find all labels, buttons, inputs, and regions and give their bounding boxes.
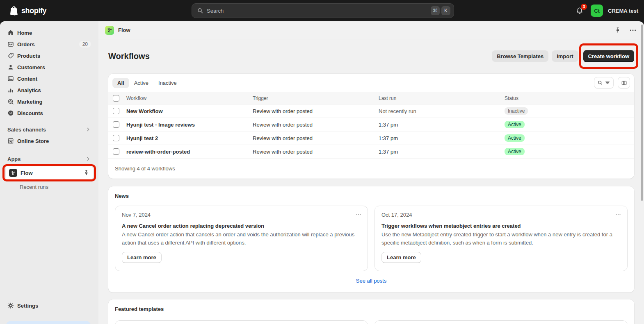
column-layout-button[interactable]: [618, 77, 630, 88]
sidebar-item-label: Orders: [17, 41, 35, 48]
products-icon: [7, 52, 14, 59]
template-card[interactable]: [115, 320, 368, 324]
avatar[interactable]: Ct: [591, 5, 603, 17]
sidebar-item-discounts[interactable]: Discounts: [3, 107, 95, 119]
dots-menu-icon[interactable]: [355, 211, 362, 218]
vertical-scrollbar[interactable]: [641, 25, 643, 201]
row-checkbox[interactable]: [113, 121, 119, 128]
sidebar-bottom-callout[interactable]: [6, 321, 91, 324]
post-body: Use the new Metaobject entry created tri…: [381, 231, 621, 247]
dots-menu-icon[interactable]: [615, 211, 621, 218]
marketing-icon: [7, 98, 14, 105]
shortcut-k-key: K: [441, 6, 450, 15]
workflow-last-run: Not recently run: [379, 108, 505, 114]
table-row[interactable]: review-with-order-posted Review with ord…: [108, 145, 634, 159]
create-workflow-wrap: Create workflow: [583, 50, 634, 62]
search-icon: [197, 7, 203, 14]
account-name[interactable]: CREMA test: [608, 8, 638, 14]
workflow-trigger: Review with order posted: [253, 122, 379, 128]
sidebar-item-label: Flow: [21, 170, 33, 176]
analytics-icon: [7, 87, 14, 93]
table-footer: Showing 4 of 4 workflows: [108, 159, 634, 179]
news-title: News: [115, 193, 628, 199]
news-post: Nov 7, 2024 A new Cancel order action re…: [115, 206, 368, 271]
search-icon: [597, 80, 603, 86]
sidebar-item-label: Settings: [17, 303, 38, 309]
sidebar-item-settings[interactable]: Settings: [3, 300, 95, 311]
sidebar-section-sales-channels[interactable]: Sales channels: [3, 124, 95, 135]
discounts-icon: [7, 110, 14, 116]
sidebar-item-label: Customers: [17, 64, 45, 70]
tab-active[interactable]: Active: [129, 78, 153, 88]
tab-inactive[interactable]: Inactive: [153, 78, 182, 88]
global-search[interactable]: ⌘ K: [192, 3, 454, 18]
create-workflow-button[interactable]: Create workflow: [583, 50, 634, 62]
news-post: Oct 17, 2024 Trigger workflows when meta…: [375, 206, 628, 271]
shopify-logo[interactable]: shopify: [6, 5, 46, 16]
orders-icon: [7, 41, 14, 48]
chevron-right-icon: [85, 156, 91, 162]
tab-all[interactable]: All: [112, 78, 129, 88]
status-badge: Active: [505, 121, 525, 128]
column-header-last-run[interactable]: Last run: [379, 95, 505, 101]
app-title: Flow: [118, 27, 130, 33]
row-checkbox[interactable]: [113, 108, 119, 114]
news-grid: Nov 7, 2024 A new Cancel order action re…: [115, 206, 628, 271]
import-button[interactable]: Import: [552, 50, 578, 62]
workflow-name[interactable]: Hyunji test 2: [126, 135, 253, 141]
table-row[interactable]: Hyunji test 2 Review with order posted 1…: [108, 131, 634, 145]
post-date: Oct 17, 2024: [381, 212, 621, 218]
row-checkbox[interactable]: [113, 148, 119, 155]
sidebar-item-content[interactable]: Content: [3, 73, 95, 84]
see-all-posts-link[interactable]: See all posts: [356, 278, 386, 284]
sidebar-item-recent-runs[interactable]: Recent runs: [3, 181, 95, 193]
shopify-bag-icon: [8, 5, 19, 16]
sidebar-item-online-store[interactable]: Online Store: [3, 135, 95, 147]
dots-menu-icon[interactable]: [629, 27, 637, 34]
sidebar-section-apps[interactable]: Apps: [3, 153, 95, 165]
status-badge: Active: [505, 148, 525, 155]
workflow-name[interactable]: Hyunji test - Image reviews: [126, 122, 253, 128]
home-icon: [7, 29, 14, 36]
column-header-status[interactable]: Status: [505, 95, 634, 101]
tabs-row: All Active Inactive: [108, 74, 634, 92]
sidebar-item-customers[interactable]: Customers: [3, 61, 95, 73]
column-header-trigger[interactable]: Trigger: [253, 95, 379, 101]
sidebar-item-analytics[interactable]: Analytics: [3, 84, 95, 96]
sidebar-item-marketing[interactable]: Marketing: [3, 96, 95, 107]
flow-app-icon: [9, 169, 17, 177]
status-badge: Active: [505, 134, 525, 142]
column-header-workflow[interactable]: Workflow: [126, 95, 253, 101]
learn-more-button[interactable]: Learn more: [122, 252, 162, 263]
sidebar-item-orders[interactable]: Orders 20: [3, 39, 95, 50]
orders-count-badge: 20: [79, 41, 91, 48]
table-tools: [594, 77, 630, 88]
browse-templates-button[interactable]: Browse Templates: [492, 50, 548, 62]
workflow-last-run: 1:37 pm: [379, 122, 505, 128]
pin-icon[interactable]: [614, 27, 621, 34]
row-checkbox[interactable]: [113, 135, 119, 141]
columns-icon: [621, 80, 627, 86]
template-card[interactable]: [375, 320, 628, 324]
table-row[interactable]: New Workflow Review with order posted No…: [108, 104, 634, 118]
search-and-filter-button[interactable]: [594, 77, 614, 88]
learn-more-button[interactable]: Learn more: [381, 252, 421, 263]
workflow-name[interactable]: New Workflow: [126, 108, 253, 114]
table-row[interactable]: Hyunji test - Image reviews Review with …: [108, 118, 634, 131]
workflow-last-run: 1:37 pm: [379, 135, 505, 141]
news-card: News Nov 7, 2024 A new Cancel order acti…: [108, 186, 634, 292]
table-header-row: Workflow Trigger Last run Status: [108, 92, 634, 104]
workflow-last-run: 1:37 pm: [379, 149, 505, 155]
search-input[interactable]: [207, 8, 429, 14]
shopify-admin-screen: shopify ⌘ K 3 Ct CREMA test Home: [0, 0, 644, 324]
pin-icon[interactable]: [83, 170, 89, 176]
featured-grid: [115, 320, 628, 324]
workflow-name[interactable]: review-with-order-posted: [126, 149, 253, 155]
sidebar-item-products[interactable]: Products: [3, 50, 95, 61]
sidebar: Home Orders 20 Products Customers Conten…: [0, 21, 98, 324]
notifications-button[interactable]: 3: [573, 5, 586, 17]
sidebar-item-flow[interactable]: Flow: [6, 165, 93, 180]
app-header: Flow: [98, 21, 644, 39]
sidebar-item-home[interactable]: Home: [3, 27, 95, 39]
select-all-checkbox[interactable]: [113, 95, 119, 102]
